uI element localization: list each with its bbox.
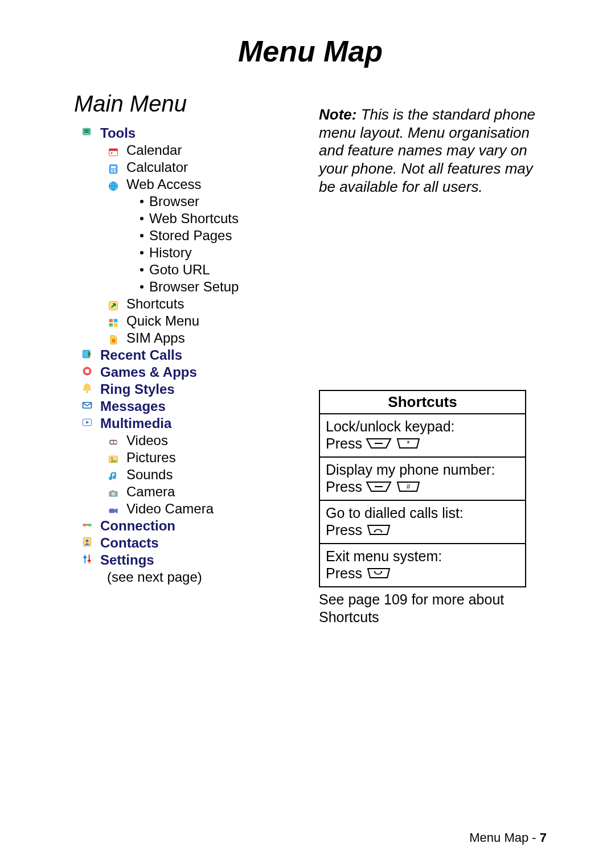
svg-point-30	[112, 492, 116, 496]
sounds-icon	[107, 469, 120, 480]
sim-icon	[107, 332, 120, 344]
end-key-icon	[366, 566, 392, 580]
svg-rect-34	[83, 524, 87, 526]
pictures-icon	[107, 452, 120, 463]
menu-category: Games & Apps	[81, 364, 302, 381]
svg-text:*: *	[407, 439, 410, 448]
hash-key-icon: #	[395, 480, 421, 493]
menu-category: Recent Calls	[81, 347, 302, 364]
menu-tree: ToolsCalendarCalculatorWeb AccessBrowser…	[74, 125, 302, 586]
star-key-icon: *	[395, 437, 421, 450]
note-label: Note:	[319, 106, 356, 123]
shortcut-press-line: Press	[326, 565, 519, 582]
svg-rect-41	[88, 560, 91, 562]
svg-point-48	[374, 571, 376, 573]
video-camera-icon	[107, 503, 120, 515]
svg-rect-15	[114, 323, 118, 327]
menu-subitem: Calculator	[107, 159, 302, 176]
shortcut-description: Go to dialled calls list:	[326, 504, 519, 521]
shortcuts-header: Shortcuts	[320, 391, 525, 414]
shortcut-icon	[107, 298, 120, 310]
multimedia-icon	[81, 415, 93, 426]
menu-key-icon	[366, 480, 392, 493]
svg-rect-13	[114, 319, 118, 322]
svg-point-20	[86, 391, 88, 393]
menu-subsubitem-label: Web Shortcuts	[149, 210, 239, 227]
svg-rect-39	[89, 555, 91, 563]
menu-subitem-label: Calculator	[126, 159, 188, 176]
page-footer: Menu Map - 7	[469, 830, 547, 845]
svg-rect-4	[109, 165, 117, 174]
shortcut-press-line: Press	[326, 521, 519, 538]
menu-subitem: Camera	[107, 483, 302, 500]
menu-subsubitem: Stored Pages	[140, 227, 302, 244]
videos-icon	[107, 435, 120, 446]
menu-subitem-label: Camera	[126, 483, 175, 500]
svg-rect-12	[109, 319, 113, 322]
menu-trailing-note: (see next page)	[107, 569, 302, 586]
menu-category: Ring Styles	[81, 381, 302, 398]
svg-rect-35	[88, 524, 92, 526]
svg-point-26	[114, 441, 117, 444]
right-column: Note: This is the standard phone menu la…	[319, 91, 547, 640]
menu-subitem-label: Shortcuts	[126, 295, 184, 312]
menu-subitem: Shortcuts	[107, 295, 302, 312]
note: Note: This is the standard phone menu la…	[319, 106, 547, 196]
svg-marker-33	[115, 508, 118, 513]
svg-point-47	[381, 530, 383, 532]
calendar-icon	[107, 145, 120, 156]
contacts-icon	[81, 534, 93, 546]
svg-rect-40	[83, 557, 87, 558]
svg-point-7	[114, 169, 116, 171]
menu-subsubitem-label: Browser	[149, 193, 199, 210]
shortcut-press-line: Press#	[326, 478, 519, 495]
main-menu-heading: Main Menu	[74, 91, 302, 117]
svg-point-46	[374, 530, 376, 532]
menu-category-label: Tools	[100, 125, 136, 142]
menu-subitem: Sounds	[107, 466, 302, 483]
svg-point-28	[111, 458, 113, 459]
menu-category: Contacts	[81, 534, 302, 552]
menu-subsubitem-label: History	[149, 244, 192, 261]
svg-rect-19	[85, 369, 89, 373]
svg-rect-38	[84, 555, 86, 563]
shortcut-press-label: Press	[326, 565, 362, 582]
shortcut-description: Display my phone number:	[326, 461, 519, 478]
bullet-icon	[140, 200, 144, 203]
menu-subitem-label: Videos	[126, 432, 168, 449]
menu-subsubitem-label: Browser Setup	[149, 278, 239, 295]
games-icon	[81, 364, 93, 375]
menu-subitem: Video Camera	[107, 500, 302, 517]
svg-rect-3	[111, 153, 113, 154]
menu-subitem: SIM Apps	[107, 330, 302, 347]
calculator-icon	[107, 162, 120, 173]
menu-category: Tools	[81, 125, 302, 142]
settings-icon	[81, 552, 93, 563]
web-icon	[107, 179, 120, 190]
menu-subitem-label: Pictures	[126, 449, 176, 466]
page: Menu Map Main Menu ToolsCalendarCalculat…	[0, 0, 615, 868]
page-title: Menu Map	[74, 34, 547, 68]
bullet-icon	[140, 234, 144, 237]
menu-subsubitem: Goto URL	[140, 261, 302, 278]
bullet-icon	[140, 251, 144, 254]
shortcut-press-label: Press	[326, 435, 362, 452]
footer-label: Menu Map -	[469, 830, 540, 845]
menu-subsubitem-label: Goto URL	[149, 261, 210, 278]
menu-subsubitem: History	[140, 244, 302, 261]
footer-page-number: 7	[540, 830, 547, 845]
connection-icon	[81, 517, 93, 529]
menu-category-label: Multimedia	[100, 415, 171, 432]
bullet-icon	[140, 268, 144, 271]
svg-point-37	[86, 540, 89, 542]
svg-rect-31	[112, 490, 114, 492]
recent-calls-icon	[81, 347, 93, 358]
shortcut-cell: Go to dialled calls list:Press	[320, 501, 525, 544]
svg-rect-16	[112, 339, 116, 343]
menu-category: Messages	[81, 398, 302, 415]
shortcuts-box: Shortcuts Lock/unlock keypad:Press*Displ…	[319, 390, 526, 587]
svg-point-25	[110, 441, 113, 444]
menu-category: Connection	[81, 517, 302, 534]
camera-icon	[107, 486, 120, 497]
menu-subitem-label: Calendar	[126, 142, 182, 159]
